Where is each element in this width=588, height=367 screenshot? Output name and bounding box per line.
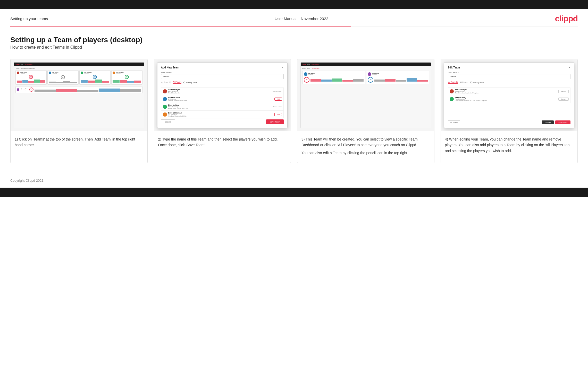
player-add-btn-2[interactable]: Add: [274, 98, 282, 101]
player-status-3: Player Added: [273, 106, 282, 108]
card-1-description: 1) Click on 'Teams' at the top of the sc…: [15, 137, 135, 147]
player-name-3: Blair McHarg: [168, 104, 188, 106]
dialog4-tab-allplayers[interactable]: All Players: [460, 81, 468, 84]
screenshot-1: clippd Home My Performance Tracking 6 ou…: [11, 59, 147, 131]
screenshot-3: clippd Home My Performance Players Teams…: [297, 59, 434, 131]
edit-player-sub-1: Plus HandicapThe Shire London, United Ki…: [455, 91, 479, 94]
card-3-description: 3) This Team will then be created. You c…: [301, 136, 430, 156]
edit-player-name-1: Adrian Player: [455, 89, 479, 91]
dialog2-team-name-input[interactable]: Team A: [161, 74, 284, 79]
player-add-btn-4[interactable]: Add: [274, 113, 282, 116]
card-3-text: 3) This Team will then be created. You c…: [297, 131, 434, 163]
dialog2-field-label: Team Name *: [161, 72, 284, 73]
edit-player-name-2: Blair McHarg: [455, 97, 487, 98]
player-avatar-4: [163, 112, 167, 117]
player-sub-2: 1 HandicapCentral London Golf Centre: [168, 98, 187, 101]
page-footer: Copyright Clippd 2021: [0, 173, 588, 188]
edit-player-remove-btn-1[interactable]: Remove: [558, 90, 569, 93]
dialog4-filter-check[interactable]: Filter by name: [470, 82, 484, 83]
player-status-1: Player Added: [273, 91, 282, 92]
dialog2-save-button[interactable]: Save Team: [266, 119, 284, 124]
trash-icon: 🗑: [450, 121, 452, 123]
screenshot-2: Add New Team ✕ Team Name * Team A My Tea…: [154, 59, 291, 131]
mock-dialog-2: Add New Team ✕ Team Name * Team A My Tea…: [157, 62, 288, 128]
header-left: Setting up your teams: [10, 16, 48, 21]
header-logo: clippd: [555, 14, 578, 23]
page-content: Setting up a Team of players (desktop) H…: [0, 27, 588, 173]
dialog2-player-list: Adrian Player Plus HandicapThe Shire Lon…: [161, 87, 284, 118]
card-2: Add New Team ✕ Team Name * Team A My Tea…: [154, 59, 291, 163]
mock-dialog-4: Edit Team ✕ Team Name * Team A My Team (…: [444, 62, 575, 128]
cards-grid: clippd Home My Performance Tracking 6 ou…: [10, 59, 578, 163]
dialog4-tab-myteam[interactable]: My Team (2): [448, 81, 458, 84]
dialog4-team-name-input[interactable]: Team A: [448, 74, 571, 79]
dialog2-close-icon[interactable]: ✕: [282, 66, 284, 69]
player-sub-4: 1.5 HandicapThe Dog Maging Golf Club: [168, 114, 187, 117]
dialog4-save-button[interactable]: Save Team: [555, 120, 570, 124]
player-avatar-2: [163, 97, 167, 101]
dialog4-player-list: Adrian Player Plus HandicapThe Shire Lon…: [448, 87, 571, 103]
card-3: clippd Home My Performance Players Teams…: [297, 59, 434, 163]
edit-player-remove-btn-2[interactable]: Remove: [558, 98, 569, 101]
player-sub-1: Plus HandicapThe Shire London: [168, 91, 181, 94]
dialog2-footer: Cancel Save Team: [161, 119, 284, 124]
dialog4-delete-button[interactable]: 🗑 Delete: [448, 120, 460, 124]
edit-player-avatar-2: [450, 97, 454, 101]
footer-copyright: Copyright Clippd 2021: [10, 179, 44, 182]
player-name-2: Adrian Coliba: [168, 97, 187, 98]
dialog4-close-icon[interactable]: ✕: [568, 66, 570, 69]
dialog4-title: Edit Team: [448, 66, 460, 69]
card-1-text: 1) Click on 'Teams' at the top of the sc…: [11, 131, 147, 163]
player-avatar-3: [163, 105, 167, 109]
edit-player-sub-2: Plus HandicapRoyal North Devon Golf Club…: [455, 98, 487, 101]
player-name-1: Adrian Player: [168, 89, 181, 91]
page-title: Setting up a Team of players (desktop): [10, 36, 578, 44]
dialog2-cancel-button[interactable]: Cancel: [161, 119, 175, 124]
top-bar: [0, 0, 588, 9]
player-list-item-1: Adrian Player Plus HandicapThe Shire Lon…: [161, 88, 284, 95]
player-avatar-1: [163, 89, 167, 93]
dialog4-cancel-button[interactable]: Cancel: [542, 120, 554, 124]
header: Setting up your teams User Manual – Nove…: [0, 9, 588, 26]
dialog2-tab-allplayers[interactable]: All Players: [173, 81, 181, 84]
card-4-text: 4) When editing your Team, you can chang…: [441, 131, 578, 163]
card-1: clippd Home My Performance Tracking 6 ou…: [10, 59, 148, 163]
card-2-text: 2) Type the name of this Team and then s…: [154, 131, 291, 163]
edit-player-item-1: Adrian Player Plus HandicapThe Shire Lon…: [448, 88, 570, 95]
player-sub-3: Plus HandicapRoyal North Devon Golf Club: [168, 106, 188, 109]
card-4-description: 4) When editing your Team, you can chang…: [445, 137, 570, 153]
filter-checkbox-4[interactable]: [470, 82, 472, 83]
dialog2-title: Add New Team: [161, 66, 179, 69]
dialog2-tab-myteam[interactable]: My Team (2): [161, 81, 171, 84]
card-2-description: 2) Type the name of this Team and then s…: [158, 137, 278, 147]
header-center: User Manual – November 2022: [275, 16, 328, 21]
player-list-item-3: Blair McHarg Plus HandicapRoyal North De…: [161, 103, 284, 111]
filter-checkbox[interactable]: [183, 82, 185, 83]
player-name-4: Dave Billingham: [168, 112, 187, 114]
card-4: Edit Team ✕ Team Name * Team A My Team (…: [441, 59, 578, 163]
player-list-item-4: Dave Billingham 1.5 HandicapThe Dog Magi…: [161, 111, 284, 118]
screenshot-4: Edit Team ✕ Team Name * Team A My Team (…: [441, 59, 578, 131]
page-subtitle: How to create and edit Teams in Clippd: [10, 45, 578, 50]
dialog2-filter-check[interactable]: Filter by name: [183, 82, 197, 83]
edit-player-item-2: Blair McHarg Plus HandicapRoyal North De…: [448, 95, 570, 103]
dialog4-field-label: Team Name *: [448, 72, 571, 73]
player-list-item-2: Adrian Coliba 1 HandicapCentral London G…: [161, 95, 284, 103]
bottom-bar: [0, 188, 588, 197]
edit-player-avatar-1: [450, 89, 454, 93]
dialog4-footer: 🗑 Delete Cancel Save Team: [448, 120, 571, 124]
